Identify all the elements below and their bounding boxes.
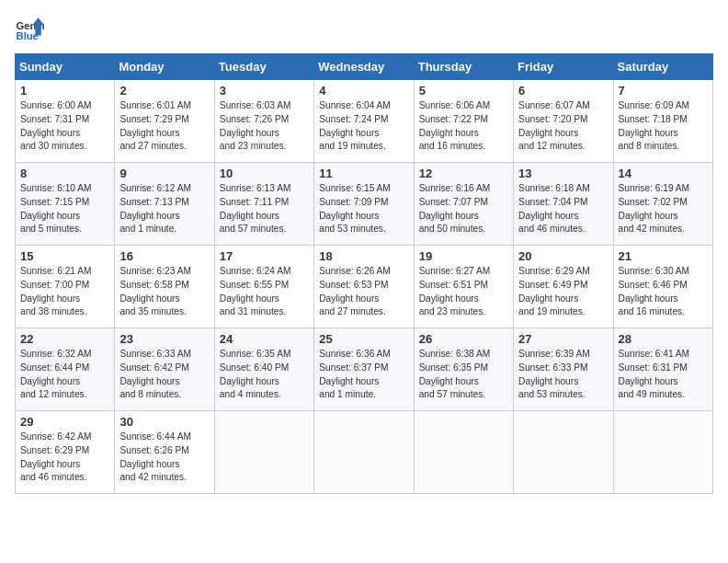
calendar-week-3: 15 Sunrise: 6:21 AM Sunset: 7:00 PM Dayl… — [16, 246, 713, 328]
day-info: Sunrise: 6:13 AM Sunset: 7:11 PM Dayligh… — [220, 182, 309, 236]
calendar-cell: 19 Sunrise: 6:27 AM Sunset: 6:51 PM Dayl… — [414, 246, 513, 328]
day-number: 7 — [619, 84, 708, 98]
day-info: Sunrise: 6:16 AM Sunset: 7:07 PM Dayligh… — [419, 182, 508, 236]
calendar-cell: 3 Sunrise: 6:03 AM Sunset: 7:26 PM Dayli… — [214, 80, 313, 163]
calendar-cell: 14 Sunrise: 6:19 AM Sunset: 7:02 PM Dayl… — [613, 163, 712, 246]
day-number: 15 — [20, 249, 109, 263]
day-number: 29 — [20, 415, 109, 429]
day-number: 30 — [119, 415, 209, 429]
day-number: 9 — [119, 167, 209, 180]
calendar-cell: 26 Sunrise: 6:38 AM Sunset: 6:35 PM Dayl… — [414, 328, 513, 411]
calendar-cell: 20 Sunrise: 6:29 AM Sunset: 6:49 PM Dayl… — [514, 246, 613, 328]
day-number: 20 — [518, 249, 608, 263]
day-info: Sunrise: 6:36 AM Sunset: 6:37 PM Dayligh… — [319, 348, 408, 402]
day-number: 14 — [619, 167, 708, 180]
calendar-cell: 16 Sunrise: 6:23 AM Sunset: 6:58 PM Dayl… — [115, 246, 214, 328]
day-info: Sunrise: 6:06 AM Sunset: 7:22 PM Dayligh… — [419, 99, 508, 154]
day-info: Sunrise: 6:19 AM Sunset: 7:02 PM Dayligh… — [619, 182, 708, 236]
day-number: 23 — [119, 332, 209, 346]
day-info: Sunrise: 6:04 AM Sunset: 7:24 PM Dayligh… — [319, 99, 408, 154]
day-info: Sunrise: 6:21 AM Sunset: 7:00 PM Dayligh… — [20, 265, 109, 319]
day-info: Sunrise: 6:42 AM Sunset: 6:29 PM Dayligh… — [20, 431, 109, 485]
calendar-cell: 24 Sunrise: 6:35 AM Sunset: 6:40 PM Dayl… — [214, 328, 313, 411]
day-info: Sunrise: 6:10 AM Sunset: 7:15 PM Dayligh… — [20, 182, 109, 236]
day-info: Sunrise: 6:18 AM Sunset: 7:04 PM Dayligh… — [518, 182, 608, 236]
day-info: Sunrise: 6:38 AM Sunset: 6:35 PM Dayligh… — [419, 348, 508, 402]
calendar-cell — [414, 411, 513, 494]
day-info: Sunrise: 6:30 AM Sunset: 6:46 PM Dayligh… — [619, 265, 708, 319]
day-info: Sunrise: 6:23 AM Sunset: 6:58 PM Dayligh… — [119, 265, 209, 319]
calendar-week-4: 22 Sunrise: 6:32 AM Sunset: 6:44 PM Dayl… — [16, 328, 713, 411]
day-number: 2 — [119, 84, 209, 98]
col-header-monday: Monday — [115, 54, 214, 80]
day-number: 28 — [619, 332, 708, 346]
day-info: Sunrise: 6:12 AM Sunset: 7:13 PM Dayligh… — [119, 182, 209, 236]
calendar-cell: 12 Sunrise: 6:16 AM Sunset: 7:07 PM Dayl… — [414, 163, 513, 246]
calendar-cell: 15 Sunrise: 6:21 AM Sunset: 7:00 PM Dayl… — [16, 246, 115, 328]
day-number: 12 — [419, 167, 508, 180]
day-number: 11 — [319, 167, 408, 180]
day-info: Sunrise: 6:33 AM Sunset: 6:42 PM Dayligh… — [119, 348, 209, 402]
day-info: Sunrise: 6:27 AM Sunset: 6:51 PM Dayligh… — [419, 265, 508, 319]
day-number: 24 — [220, 332, 309, 346]
day-number: 1 — [20, 84, 109, 98]
calendar-cell: 23 Sunrise: 6:33 AM Sunset: 6:42 PM Dayl… — [115, 328, 214, 411]
col-header-sunday: Sunday — [16, 54, 115, 80]
day-number: 25 — [319, 332, 408, 346]
calendar-cell: 10 Sunrise: 6:13 AM Sunset: 7:11 PM Dayl… — [214, 163, 313, 246]
calendar-cell — [314, 411, 414, 494]
day-info: Sunrise: 6:32 AM Sunset: 6:44 PM Dayligh… — [20, 348, 109, 402]
calendar-cell — [514, 411, 613, 494]
day-number: 6 — [518, 84, 608, 98]
day-info: Sunrise: 6:07 AM Sunset: 7:20 PM Dayligh… — [518, 99, 608, 154]
calendar-cell: 21 Sunrise: 6:30 AM Sunset: 6:46 PM Dayl… — [613, 246, 712, 328]
day-info: Sunrise: 6:29 AM Sunset: 6:49 PM Dayligh… — [518, 265, 608, 319]
day-number: 18 — [319, 249, 408, 263]
calendar-table: SundayMondayTuesdayWednesdayThursdayFrid… — [15, 53, 713, 494]
day-info: Sunrise: 6:39 AM Sunset: 6:33 PM Dayligh… — [518, 348, 608, 402]
calendar-cell — [613, 411, 712, 494]
day-number: 21 — [619, 249, 708, 263]
calendar-week-5: 29 Sunrise: 6:42 AM Sunset: 6:29 PM Dayl… — [16, 411, 713, 494]
svg-text:Blue: Blue — [17, 30, 39, 41]
day-number: 19 — [419, 249, 508, 263]
day-info: Sunrise: 6:03 AM Sunset: 7:26 PM Dayligh… — [220, 99, 309, 154]
day-number: 4 — [319, 84, 408, 98]
calendar-cell: 6 Sunrise: 6:07 AM Sunset: 7:20 PM Dayli… — [514, 80, 613, 163]
calendar-cell: 7 Sunrise: 6:09 AM Sunset: 7:18 PM Dayli… — [613, 80, 712, 163]
day-info: Sunrise: 6:26 AM Sunset: 6:53 PM Dayligh… — [319, 265, 408, 319]
day-info: Sunrise: 6:41 AM Sunset: 6:31 PM Dayligh… — [619, 348, 708, 402]
day-info: Sunrise: 6:24 AM Sunset: 6:55 PM Dayligh… — [220, 265, 309, 319]
calendar-cell: 2 Sunrise: 6:01 AM Sunset: 7:29 PM Dayli… — [115, 80, 214, 163]
calendar-cell — [214, 411, 313, 494]
day-number: 3 — [220, 84, 309, 98]
calendar-cell: 28 Sunrise: 6:41 AM Sunset: 6:31 PM Dayl… — [613, 328, 712, 411]
day-number: 13 — [518, 167, 608, 180]
day-number: 16 — [119, 249, 209, 263]
calendar-cell: 4 Sunrise: 6:04 AM Sunset: 7:24 PM Dayli… — [314, 80, 414, 163]
day-info: Sunrise: 6:15 AM Sunset: 7:09 PM Dayligh… — [319, 182, 408, 236]
day-info: Sunrise: 6:35 AM Sunset: 6:40 PM Dayligh… — [220, 348, 309, 402]
calendar-cell: 17 Sunrise: 6:24 AM Sunset: 6:55 PM Dayl… — [214, 246, 313, 328]
calendar-cell: 8 Sunrise: 6:10 AM Sunset: 7:15 PM Dayli… — [16, 163, 115, 246]
calendar-cell: 13 Sunrise: 6:18 AM Sunset: 7:04 PM Dayl… — [514, 163, 613, 246]
calendar-cell: 27 Sunrise: 6:39 AM Sunset: 6:33 PM Dayl… — [514, 328, 613, 411]
calendar-cell: 1 Sunrise: 6:00 AM Sunset: 7:31 PM Dayli… — [16, 80, 115, 163]
calendar-cell: 18 Sunrise: 6:26 AM Sunset: 6:53 PM Dayl… — [314, 246, 414, 328]
calendar-cell: 29 Sunrise: 6:42 AM Sunset: 6:29 PM Dayl… — [16, 411, 115, 494]
col-header-wednesday: Wednesday — [314, 54, 414, 80]
calendar-cell: 30 Sunrise: 6:44 AM Sunset: 6:26 PM Dayl… — [115, 411, 214, 494]
day-number: 22 — [20, 332, 109, 346]
calendar-cell: 22 Sunrise: 6:32 AM Sunset: 6:44 PM Dayl… — [16, 328, 115, 411]
logo: General Blue — [15, 15, 44, 44]
day-info: Sunrise: 6:44 AM Sunset: 6:26 PM Dayligh… — [119, 431, 209, 485]
col-header-tuesday: Tuesday — [214, 54, 313, 80]
page-header: General Blue — [15, 15, 713, 44]
col-header-saturday: Saturday — [613, 54, 712, 80]
day-info: Sunrise: 6:09 AM Sunset: 7:18 PM Dayligh… — [619, 99, 708, 154]
day-info: Sunrise: 6:01 AM Sunset: 7:29 PM Dayligh… — [119, 99, 209, 154]
calendar-cell: 25 Sunrise: 6:36 AM Sunset: 6:37 PM Dayl… — [314, 328, 414, 411]
day-number: 27 — [518, 332, 608, 346]
day-number: 8 — [20, 167, 109, 180]
calendar-cell: 9 Sunrise: 6:12 AM Sunset: 7:13 PM Dayli… — [115, 163, 214, 246]
